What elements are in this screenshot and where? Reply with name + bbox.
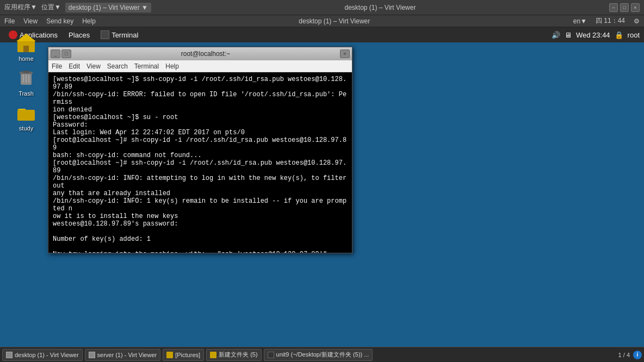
taskbar-unit9[interactable]: unit9 (~/Desktop/新建文件夹 (5)) ... bbox=[264, 349, 373, 361]
term-menu-file[interactable]: File bbox=[52, 63, 62, 70]
home-icon-label: home bbox=[18, 55, 34, 62]
virt-viewer-menubar: File View Send key Help desktop (1) – Vi… bbox=[0, 15, 644, 27]
terminal-close[interactable]: × bbox=[340, 49, 350, 58]
terminal-label: Terminal bbox=[112, 31, 138, 39]
sys-icon: ⚙ bbox=[634, 17, 640, 25]
terminal-window-title: root@localhost:~ bbox=[72, 50, 339, 58]
clock: 四 11：44 bbox=[596, 16, 625, 26]
trash-icon bbox=[15, 66, 37, 88]
home-folder-icon bbox=[15, 32, 37, 53]
svg-rect-2 bbox=[23, 46, 29, 52]
trash-icon-label: Trash bbox=[18, 90, 34, 97]
pos-menu-item[interactable]: 位置▼ bbox=[41, 3, 61, 13]
term-menu-edit[interactable]: Edit bbox=[69, 63, 80, 70]
window-controls: − □ × bbox=[609, 3, 640, 12]
desktop-icon-trash[interactable]: Trash bbox=[9, 66, 44, 97]
menu-help[interactable]: Help bbox=[82, 17, 96, 25]
tab-label[interactable]: desktop (1) – Virt Viewer ▼ bbox=[65, 3, 151, 13]
taskbar-pictures-label: [Pictures] bbox=[175, 352, 200, 358]
terminal-minimize[interactable]: _ bbox=[51, 49, 60, 58]
taskbar-desktop-label: desktop (1) - Virt Viewer bbox=[15, 352, 79, 358]
menu-view[interactable]: View bbox=[23, 17, 38, 25]
desktop-icon-home[interactable]: home bbox=[9, 32, 44, 62]
bottom-bar: desktop (1) - Virt Viewer server (1) - V… bbox=[0, 347, 644, 362]
maximize-button[interactable]: □ bbox=[620, 3, 629, 12]
term-menu-help[interactable]: Help bbox=[165, 63, 179, 70]
datetime: Wed 23:44 bbox=[576, 31, 610, 39]
minimize-button[interactable]: − bbox=[609, 3, 618, 12]
study-icon-label: study bbox=[19, 125, 33, 132]
svg-rect-9 bbox=[17, 110, 35, 121]
info-icon[interactable]: i bbox=[633, 351, 642, 359]
taskbar-server-label: server (1) - Virt Viewer bbox=[97, 352, 157, 358]
taskbar-unit9-label: unit9 (~/Desktop/新建文件夹 (5)) ... bbox=[276, 351, 369, 359]
desktop-icon-study[interactable]: study bbox=[9, 101, 44, 132]
pager: 1 / 4 i bbox=[618, 351, 642, 359]
term-menu-terminal[interactable]: Terminal bbox=[134, 63, 159, 70]
guest-desktop: Applications Places Terminal 🔊 🖥 Wed 23:… bbox=[0, 27, 644, 347]
taskbar-newfiles[interactable]: 新建文件夹 (5) bbox=[206, 349, 262, 361]
username: root bbox=[628, 31, 640, 39]
taskbar-newfiles-label: 新建文件夹 (5) bbox=[219, 351, 258, 359]
virt-viewer-titlebar: 应用程序▼ 位置▼ desktop (1) – Virt Viewer ▼ de… bbox=[0, 0, 644, 15]
terminal-menu[interactable]: Terminal bbox=[96, 29, 143, 40]
close-button[interactable]: × bbox=[631, 3, 640, 12]
svg-marker-1 bbox=[16, 34, 36, 41]
places-menu[interactable]: Places bbox=[64, 30, 94, 40]
screen-icon-2 bbox=[89, 352, 95, 358]
terminal-menubar: File Edit View Search Terminal Help bbox=[48, 60, 352, 72]
taskbar-desktop[interactable]: desktop (1) - Virt Viewer bbox=[2, 349, 83, 361]
term-menu-view[interactable]: View bbox=[86, 63, 101, 70]
virt-window-title-center: desktop (1) – Virt Viewer bbox=[104, 17, 565, 25]
desktop-icons: home Trash study bbox=[9, 32, 44, 132]
gnome-panel-right: 🔊 🖥 Wed 23:44 🔒 root bbox=[552, 31, 640, 39]
terminal-maximize[interactable]: □ bbox=[61, 49, 71, 58]
terminal-body[interactable]: [westoes@localhost ~]$ ssh-copy-id -i /r… bbox=[48, 72, 352, 253]
terminal-titlebar: _ □ root@localhost:~ × bbox=[48, 47, 352, 60]
lock-icon: 🔒 bbox=[615, 31, 623, 39]
folder-icon-2 bbox=[210, 352, 216, 358]
study-folder-icon bbox=[15, 101, 37, 123]
taskbar-server[interactable]: server (1) - Virt Viewer bbox=[85, 349, 161, 361]
svg-rect-5 bbox=[23, 71, 29, 73]
terminal-icon bbox=[101, 30, 109, 39]
menu-file[interactable]: File bbox=[4, 17, 15, 25]
taskbar-pictures[interactable]: [Pictures] bbox=[163, 349, 204, 361]
sound-icon[interactable]: 🔊 bbox=[552, 31, 560, 39]
term-menu-search[interactable]: Search bbox=[107, 63, 128, 70]
terminal-window: _ □ root@localhost:~ × File Edit View Se… bbox=[48, 47, 352, 253]
window-title: desktop (1) – Virt Viewer bbox=[151, 4, 609, 11]
virt-viewer-left-menu: 应用程序▼ 位置▼ desktop (1) – Virt Viewer ▼ bbox=[4, 3, 151, 13]
gnome-panel: Applications Places Terminal 🔊 🖥 Wed 23:… bbox=[0, 27, 644, 42]
screen-icon-1 bbox=[6, 352, 13, 358]
folder-icon-1 bbox=[166, 352, 173, 358]
app-menu-item[interactable]: 应用程序▼ bbox=[4, 3, 37, 13]
menu-sendkey[interactable]: Send key bbox=[46, 17, 73, 25]
network-icon: 🖥 bbox=[565, 31, 572, 39]
pager-text: 1 / 4 bbox=[618, 352, 630, 358]
en-indicator: en▼ bbox=[573, 17, 587, 25]
term-icon-1 bbox=[268, 352, 274, 358]
